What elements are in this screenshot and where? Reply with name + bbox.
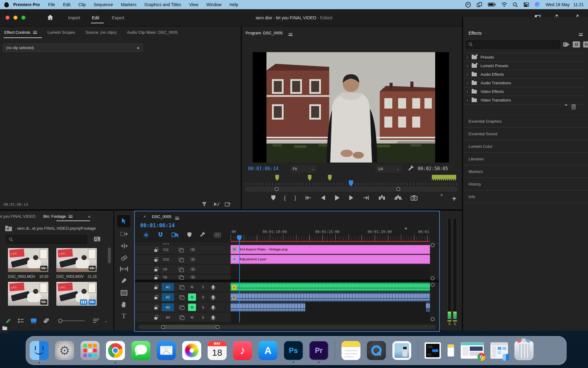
track-lock-icon[interactable]	[154, 259, 157, 262]
audio-clip-a2[interactable]: fx	[231, 292, 430, 302]
add-marker-button[interactable]	[271, 195, 275, 201]
sync-lock-icon[interactable]	[179, 275, 183, 279]
export-frame-icon[interactable]	[224, 201, 231, 207]
menubar-date[interactable]: Wed 18 May	[546, 2, 570, 7]
tab-info[interactable]: Info	[463, 190, 588, 203]
dock-chrome-icon[interactable]	[106, 341, 125, 360]
menu-file[interactable]: File	[44, 2, 59, 7]
lift-button[interactable]	[378, 195, 386, 201]
track-label[interactable]: V9	[163, 267, 172, 271]
project-scrollbar[interactable]	[108, 247, 111, 263]
toggle-track-output-icon[interactable]	[190, 268, 195, 271]
tab-lumetri-scopes[interactable]: Lumetri Scopes	[47, 30, 75, 35]
menu-help[interactable]: Help	[225, 2, 242, 7]
tab-essential-sound[interactable]: Essential Sound	[463, 128, 588, 140]
track-label[interactable]: V8	[163, 275, 172, 279]
sort-icon[interactable]	[93, 318, 100, 324]
more-buttons-icon[interactable]: »	[440, 192, 443, 197]
dock-appstore-icon[interactable]: A	[258, 341, 277, 360]
track-header-a4[interactable]: A4 M S	[135, 312, 231, 322]
clip-thumbnail-row2[interactable]: L.F.C.	[8, 282, 48, 306]
filter-icon[interactable]	[201, 201, 208, 207]
dock-minimized-finder-window[interactable]	[490, 342, 508, 359]
timeline-settings-wrench-icon[interactable]	[199, 232, 206, 238]
tab-source[interactable]: Source: (no clips)	[85, 30, 116, 35]
program-video-frame[interactable]	[253, 52, 449, 163]
tab-sequence-dsc0005[interactable]: DSC_0005	[152, 214, 172, 219]
clip-caption[interactable]: DSC_0002.MOV10:20	[8, 274, 48, 279]
track-source-badge[interactable]: A3	[162, 303, 174, 311]
menu-graphics[interactable]: Graphics and Titles	[141, 2, 185, 7]
zoom-handle-right[interactable]	[216, 325, 220, 329]
track-header-a1[interactable]: A1 M S	[135, 282, 231, 292]
track-lock-icon[interactable]	[154, 277, 157, 279]
no-clip-header[interactable]: (no clip selected) ▶	[3, 44, 143, 52]
clip-adjustment-layer[interactable]: fx Adjustment Layer	[231, 255, 430, 264]
razor-tool-icon[interactable]	[120, 254, 128, 262]
solo-left-label[interactable]: S	[448, 322, 450, 326]
dock-photos-icon[interactable]	[182, 341, 201, 360]
go-to-in-button[interactable]	[305, 195, 311, 201]
audio-clip-a1[interactable]: fx	[231, 282, 430, 292]
solo-button[interactable]: S	[199, 293, 207, 301]
dock-trash-icon[interactable]	[514, 341, 533, 360]
clip-thumbnail-dsc0002[interactable]: L.F.C.	[8, 248, 48, 272]
writable-pencil-icon[interactable]	[6, 317, 11, 324]
track-v12[interactable]: V12	[135, 243, 439, 245]
dock-finder-icon[interactable]	[30, 341, 49, 360]
menu-view[interactable]: View	[185, 2, 202, 7]
siri-icon[interactable]	[535, 2, 540, 7]
project-more-icon[interactable]: ⌄	[104, 318, 108, 323]
tab-effect-controls[interactable]: Effect Controls	[4, 30, 30, 35]
control-center-icon[interactable]	[523, 2, 529, 7]
mute-button[interactable]: M	[188, 314, 196, 321]
solo-button[interactable]: S	[199, 314, 207, 321]
project-search-input[interactable]	[6, 235, 87, 243]
mute-button[interactable]: M	[188, 293, 196, 301]
step-forward-button[interactable]	[349, 195, 354, 201]
solo-right-label[interactable]: S	[454, 322, 456, 326]
tab-essential-graphics[interactable]: Essential Graphics	[463, 115, 588, 127]
track-label[interactable]: V11	[163, 248, 172, 251]
step-back-button[interactable]	[320, 195, 326, 201]
meter-right[interactable]	[453, 218, 457, 319]
track-header-v10[interactable]: V10	[135, 255, 231, 264]
tab-audio-clip-mixer[interactable]: Audio Clip Mixer: DSC_0005	[127, 30, 178, 35]
track-height-handle[interactable]	[431, 283, 435, 287]
tab-history[interactable]: History	[463, 178, 588, 190]
program-mini-timeline[interactable]	[245, 174, 458, 192]
sync-lock-icon[interactable]	[179, 305, 184, 309]
dock-messages-icon[interactable]	[131, 341, 150, 360]
clip-4x3-aspect-ratio[interactable]: fx 4x3 Aspect Ratio - Vintage.png	[231, 245, 430, 254]
tab-lumetri-color[interactable]: Lumetri Color	[463, 140, 588, 152]
delete-icon[interactable]	[571, 104, 576, 110]
background-window-strip[interactable]	[0, 324, 9, 333]
audio-clip-a3-sliver[interactable]	[426, 302, 430, 312]
track-source-badge[interactable]: A1	[162, 283, 174, 291]
extract-button[interactable]	[394, 195, 402, 201]
type-tool-icon[interactable]: T	[122, 312, 126, 320]
export-frame-button[interactable]	[411, 195, 417, 201]
track-lock-icon[interactable]	[154, 307, 157, 309]
track-label[interactable]: V10	[163, 258, 172, 261]
effects-folder-audio-effects[interactable]: ›Audio Effects	[464, 70, 586, 79]
mark-out-button[interactable]: }	[294, 195, 296, 201]
toggle-track-output-icon[interactable]	[190, 276, 195, 279]
solo-button[interactable]: S	[199, 283, 207, 291]
hand-tool-icon[interactable]	[120, 301, 128, 308]
toggle-track-output-icon[interactable]	[190, 248, 195, 251]
menu-markers[interactable]: Markers	[117, 2, 141, 7]
effects-search-input[interactable]	[466, 40, 560, 48]
dock-premiere-icon[interactable]: Pr	[309, 341, 328, 360]
add-button-icon[interactable]: +	[452, 194, 456, 203]
effects-folder-video-effects[interactable]: ›Video Effects	[464, 87, 586, 96]
settings-wrench-icon[interactable]	[407, 165, 415, 172]
timeline-timecode[interactable]: 00:01:06:14	[140, 222, 175, 228]
mute-button[interactable]: M	[188, 304, 196, 311]
menu-window[interactable]: Window	[202, 2, 226, 7]
scrollbar-handle-left[interactable]	[275, 187, 279, 191]
bin-panel-menu-icon[interactable]	[69, 215, 73, 218]
timeline-zoom-scrollbar[interactable]	[138, 325, 436, 329]
sync-lock-icon[interactable]	[179, 248, 183, 251]
scrollbar-handle-right[interactable]	[396, 187, 400, 191]
